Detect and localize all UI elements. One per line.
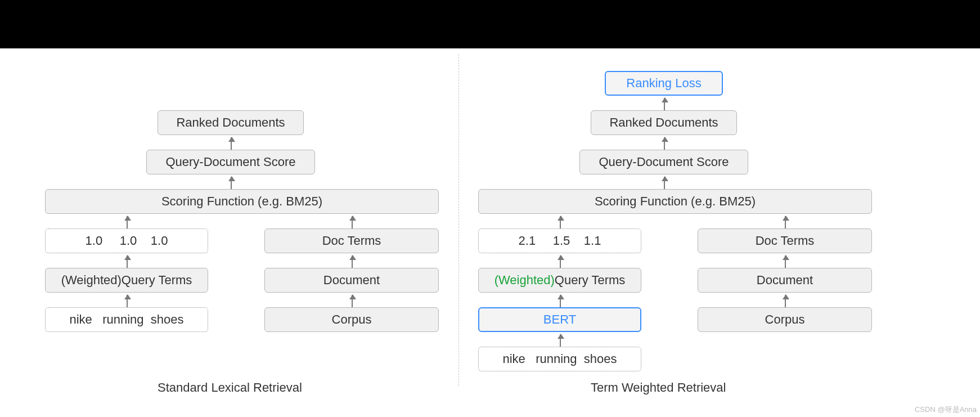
arrow-icon — [664, 137, 665, 150]
caption-standard: Standard Lexical Retrieval — [158, 380, 302, 395]
box-weighted-query-terms: (Weighted) Query Terms — [478, 268, 641, 293]
arrow-icon — [352, 216, 353, 228]
arrow-icon — [785, 295, 786, 307]
arrow-icon — [785, 255, 786, 268]
box-doc-terms: Doc Terms — [698, 228, 872, 253]
arrow-icon — [352, 255, 353, 268]
box-document: Document — [698, 268, 872, 293]
arrow-icon — [785, 216, 786, 228]
arrow-icon — [352, 295, 353, 307]
caption-term-weighted: Term Weighted Retrieval — [591, 380, 726, 395]
top-black-bar — [0, 0, 980, 48]
box-query-document-score: Query-Document Score — [146, 150, 315, 174]
arrow-icon — [231, 137, 232, 150]
box-query-document-score: Query-Document Score — [579, 150, 748, 174]
diagram-canvas: Ranked Documents Query-Document Score Sc… — [45, 48, 979, 417]
arrow-icon — [664, 177, 665, 189]
arrow-icon — [560, 255, 561, 268]
box-corpus: Corpus — [698, 307, 872, 332]
box-weights: 1.0 1.0 1.0 — [45, 228, 208, 253]
arrow-icon — [664, 98, 665, 110]
box-corpus: Corpus — [264, 307, 439, 332]
arrow-icon — [127, 255, 128, 268]
arrow-icon — [127, 295, 128, 307]
box-scoring-function: Scoring Function (e.g. BM25) — [478, 189, 872, 214]
label-weighted-prefix: (Weighted) — [495, 273, 555, 288]
arrow-icon — [560, 334, 561, 347]
panel-term-weighted: Ranking Loss Ranked Documents Query-Docu… — [478, 48, 917, 403]
box-weighted-query-terms: (Weighted) Query Terms — [45, 268, 208, 293]
box-weights: 2.1 1.5 1.1 — [478, 228, 641, 253]
box-ranked-documents: Ranked Documents — [158, 110, 304, 135]
arrow-icon — [560, 295, 561, 307]
box-ranked-documents: Ranked Documents — [591, 110, 737, 135]
label-weighted-prefix: (Weighted) — [61, 273, 122, 288]
label-query-terms: Query Terms — [555, 273, 626, 288]
arrow-icon — [231, 177, 232, 189]
panel-standard-lexical: Ranked Documents Query-Document Score Sc… — [45, 48, 450, 403]
panel-divider — [458, 54, 459, 386]
arrow-icon — [127, 216, 128, 228]
box-query-tokens: nike running shoes — [45, 307, 208, 332]
box-bert: BERT — [478, 307, 641, 332]
box-scoring-function: Scoring Function (e.g. BM25) — [45, 189, 439, 214]
label-query-terms: Query Terms — [122, 273, 192, 288]
watermark: CSDN @呀是Anna — [915, 405, 977, 415]
box-ranking-loss: Ranking Loss — [605, 71, 723, 96]
box-document: Document — [264, 268, 439, 293]
box-query-tokens: nike running shoes — [478, 347, 641, 371]
box-doc-terms: Doc Terms — [264, 228, 439, 253]
arrow-icon — [560, 216, 561, 228]
